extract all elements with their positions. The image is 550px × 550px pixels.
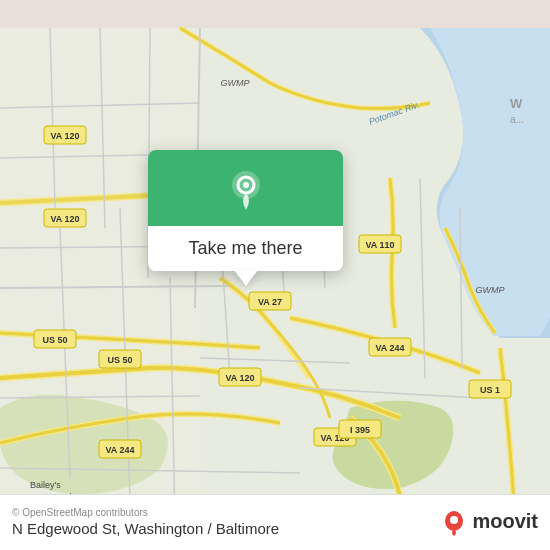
- svg-text:VA 244: VA 244: [105, 445, 134, 455]
- bottom-bar: © OpenStreetMap contributors N Edgewood …: [0, 494, 550, 550]
- copyright-text: © OpenStreetMap contributors: [12, 507, 279, 518]
- popup-header: [148, 150, 343, 226]
- moovit-label: moovit: [472, 510, 538, 533]
- svg-text:a...: a...: [510, 114, 524, 125]
- svg-text:VA 120: VA 120: [50, 131, 79, 141]
- bottom-left: © OpenStreetMap contributors N Edgewood …: [12, 507, 279, 537]
- svg-text:GWMP: GWMP: [221, 78, 250, 88]
- moovit-icon: [440, 508, 468, 536]
- popup-card: Take me there: [148, 150, 343, 271]
- popup-body: Take me there: [148, 226, 343, 271]
- take-me-there-button[interactable]: Take me there: [160, 236, 331, 261]
- svg-text:US 50: US 50: [42, 335, 67, 345]
- location-name: N Edgewood St, Washington / Baltimore: [12, 520, 279, 537]
- svg-text:VA 120: VA 120: [225, 373, 254, 383]
- svg-text:VA 110: VA 110: [365, 240, 394, 250]
- svg-text:Bailey's: Bailey's: [30, 480, 61, 490]
- map-container: VA 120 VA 120 VA 120 VA 120 VA 27 VA 110…: [0, 0, 550, 550]
- svg-text:I 395: I 395: [350, 425, 370, 435]
- moovit-logo: moovit: [440, 508, 538, 536]
- popup-arrow: [234, 270, 258, 286]
- svg-text:W: W: [510, 96, 523, 111]
- svg-text:VA 244: VA 244: [375, 343, 404, 353]
- svg-text:US 1: US 1: [480, 385, 500, 395]
- location-pin-icon: [224, 168, 268, 212]
- svg-text:VA 27: VA 27: [258, 297, 282, 307]
- svg-point-35: [243, 182, 249, 188]
- svg-text:VA 120: VA 120: [50, 214, 79, 224]
- map-background: VA 120 VA 120 VA 120 VA 120 VA 27 VA 110…: [0, 0, 550, 550]
- svg-text:GWMP: GWMP: [476, 285, 505, 295]
- svg-text:US 50: US 50: [107, 355, 132, 365]
